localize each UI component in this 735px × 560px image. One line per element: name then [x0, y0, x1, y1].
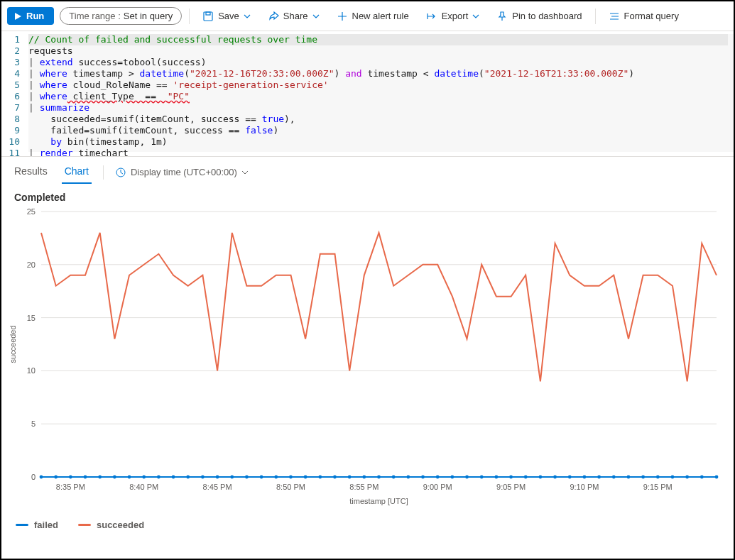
- svg-point-43: [289, 476, 293, 479]
- svg-point-33: [142, 476, 146, 479]
- new-alert-button[interactable]: New alert rule: [331, 8, 415, 25]
- svg-point-66: [627, 476, 631, 479]
- time-range-value: Set in query: [124, 11, 173, 21]
- svg-point-29: [84, 476, 87, 479]
- svg-point-52: [421, 476, 425, 479]
- toolbar: Run Time range : Set in query Save Share…: [1, 1, 734, 31]
- svg-rect-0: [204, 12, 212, 21]
- svg-text:8:45 PM: 8:45 PM: [203, 483, 232, 491]
- svg-point-70: [685, 476, 689, 479]
- svg-text:9:00 PM: 9:00 PM: [423, 483, 452, 491]
- svg-text:9:15 PM: 9:15 PM: [643, 483, 673, 491]
- legend-succeeded-label: succeeded: [97, 520, 144, 530]
- svg-point-65: [612, 476, 616, 479]
- svg-text:8:40 PM: 8:40 PM: [129, 483, 158, 491]
- svg-point-39: [230, 476, 234, 479]
- timechart: 0510152025succeeded8:35 PM8:40 PM8:45 PM…: [6, 207, 726, 512]
- legend-failed[interactable]: failed: [16, 520, 58, 530]
- svg-point-47: [348, 476, 352, 479]
- svg-point-72: [715, 476, 719, 479]
- svg-point-59: [524, 476, 528, 479]
- svg-point-58: [509, 476, 513, 479]
- svg-point-48: [362, 476, 366, 479]
- tab-results[interactable]: Results: [11, 161, 50, 184]
- chevron-down-icon: [244, 13, 251, 20]
- new-alert-label: New alert rule: [352, 11, 409, 21]
- svg-point-50: [392, 476, 396, 479]
- svg-text:succeeded: succeeded: [9, 325, 17, 363]
- save-icon: [202, 11, 214, 22]
- plus-icon: [337, 11, 348, 22]
- svg-point-51: [406, 476, 410, 479]
- chart-title: Completed: [1, 183, 734, 207]
- svg-text:8:35 PM: 8:35 PM: [56, 483, 85, 491]
- svg-text:8:50 PM: 8:50 PM: [276, 483, 305, 491]
- svg-point-34: [157, 476, 160, 479]
- svg-point-67: [641, 476, 645, 479]
- svg-text:10: 10: [27, 366, 36, 375]
- svg-text:timestamp [UTC]: timestamp [UTC]: [349, 497, 408, 505]
- svg-point-41: [260, 476, 263, 479]
- svg-text:25: 25: [27, 207, 36, 216]
- svg-point-49: [377, 476, 381, 479]
- play-icon: [14, 12, 22, 21]
- svg-text:9:10 PM: 9:10 PM: [570, 483, 599, 491]
- export-icon: [426, 11, 437, 22]
- legend-failed-label: failed: [34, 520, 58, 530]
- svg-point-26: [40, 476, 43, 479]
- legend-succeeded[interactable]: succeeded: [78, 520, 144, 530]
- svg-point-40: [245, 476, 249, 479]
- svg-text:15: 15: [27, 314, 36, 322]
- toolbar-separator: [189, 9, 190, 24]
- svg-text:9:05 PM: 9:05 PM: [496, 483, 526, 491]
- format-label: Format query: [624, 11, 679, 21]
- svg-point-56: [480, 476, 484, 479]
- svg-text:5: 5: [31, 419, 36, 428]
- run-button[interactable]: Run: [7, 7, 54, 25]
- svg-point-46: [333, 476, 337, 479]
- svg-point-69: [671, 476, 675, 479]
- svg-point-32: [128, 476, 131, 479]
- chevron-down-icon: [312, 13, 320, 20]
- svg-point-71: [700, 476, 704, 479]
- time-range-selector[interactable]: Time range : Set in query: [60, 7, 182, 25]
- results-tabs: Results Chart Display time (UTC+00:00): [1, 156, 734, 183]
- svg-point-63: [583, 476, 587, 479]
- svg-point-30: [98, 476, 102, 479]
- chevron-down-icon: [241, 169, 249, 176]
- svg-point-57: [494, 476, 498, 479]
- pin-label: Pin to dashboard: [512, 11, 582, 21]
- share-button[interactable]: Share: [262, 8, 325, 25]
- query-editor[interactable]: 1234567891011 // Count of failed and suc…: [1, 31, 734, 156]
- pin-icon: [496, 11, 508, 22]
- svg-point-44: [304, 476, 307, 479]
- display-time-selector[interactable]: Display time (UTC+00:00): [115, 167, 249, 178]
- svg-point-45: [318, 476, 322, 479]
- svg-point-61: [553, 476, 557, 479]
- editor-content[interactable]: // Count of failed and successful reques…: [28, 34, 734, 152]
- share-icon: [268, 11, 279, 22]
- tabs-separator: [103, 165, 104, 180]
- run-label: Run: [26, 11, 44, 21]
- editor-gutter: 1234567891011: [1, 34, 28, 152]
- format-query-button[interactable]: Format query: [603, 8, 685, 25]
- legend-swatch-failed: [16, 524, 28, 526]
- tab-chart[interactable]: Chart: [62, 161, 92, 184]
- legend-swatch-succeeded: [78, 524, 91, 526]
- svg-point-35: [172, 476, 175, 479]
- svg-point-60: [539, 476, 543, 479]
- save-button[interactable]: Save: [197, 8, 256, 25]
- svg-point-36: [186, 476, 190, 479]
- share-label: Share: [283, 11, 308, 21]
- svg-point-38: [216, 476, 219, 479]
- svg-point-68: [656, 476, 660, 479]
- svg-point-54: [450, 476, 454, 479]
- svg-point-31: [113, 476, 116, 479]
- chevron-down-icon: [472, 13, 479, 20]
- svg-point-64: [597, 476, 601, 479]
- svg-text:20: 20: [27, 260, 36, 269]
- export-button[interactable]: Export: [420, 8, 486, 25]
- svg-point-62: [568, 476, 572, 479]
- pin-button[interactable]: Pin to dashboard: [491, 8, 587, 25]
- svg-point-55: [465, 476, 469, 479]
